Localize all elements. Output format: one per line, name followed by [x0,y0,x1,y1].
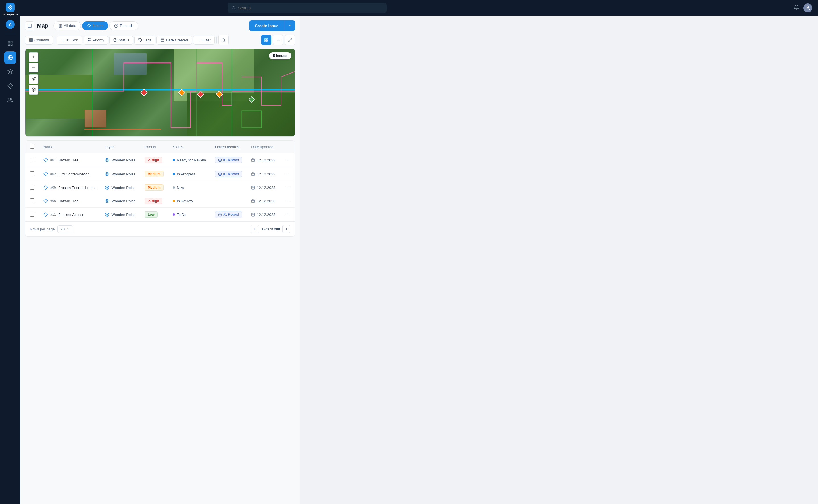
sort-icon [60,38,64,42]
svg-marker-54 [32,88,35,90]
row-more-button[interactable]: ··· [284,171,290,177]
status-label: In Review [177,199,193,203]
status-cell: To Do [173,213,206,217]
svg-rect-82 [252,213,255,216]
pagination-info: 1-20 of 200 [261,227,280,231]
tags-label: Tags [144,38,151,42]
svg-point-9 [807,6,809,8]
view-grid-button[interactable] [261,35,271,45]
search-icon [232,6,236,10]
svg-point-36 [222,38,225,41]
status-cell: In Progress [173,172,206,176]
row-checkbox[interactable] [30,157,34,162]
date-created-button[interactable]: Date Created [156,36,192,45]
sort-count: 41 [66,38,70,42]
create-issue-dropdown-button[interactable] [284,20,295,31]
status-label: To Do [177,213,186,217]
search-toggle-button[interactable] [219,35,229,45]
svg-rect-3 [8,44,10,46]
svg-rect-40 [267,40,268,41]
sidebar-item-layers[interactable] [4,66,16,78]
svg-point-81 [220,214,221,215]
issue-id: #05 [50,186,56,190]
location-button[interactable] [29,74,38,84]
view-expand-button[interactable] [285,35,295,45]
notification-icon[interactable] [794,5,799,11]
pagination-next-button[interactable] [282,225,290,233]
view-expand-icon [288,38,292,42]
view-list-button[interactable] [273,35,283,45]
calendar-icon [160,38,164,42]
tags-button[interactable]: Tags [134,36,155,45]
svg-marker-69 [105,186,109,188]
layer-icon [105,158,109,162]
status-dot [173,200,175,202]
sort-button[interactable]: 41 Sort [56,36,82,45]
columns-icon [29,38,33,42]
search-bar[interactable] [228,3,387,13]
date-cell: 12.12.2023 [251,199,275,203]
create-issue-button[interactable]: Create Issue [249,20,284,31]
rows-per-page-select[interactable]: 20 [57,225,73,233]
users-icon [7,97,13,103]
chevron-left-icon [253,227,257,231]
layer-cell: Wooden Poles [105,199,135,203]
app-name: Echospectra [3,13,18,16]
issue-diamond-icon [43,199,48,203]
row-more-button[interactable]: ··· [284,157,290,163]
layer-name: Wooden Poles [112,172,135,176]
svg-marker-55 [105,158,109,160]
filter-button[interactable]: Filter [193,36,215,45]
layer-icon [105,199,109,203]
layer-cell: Wooden Poles [105,158,135,162]
svg-rect-75 [252,199,255,203]
search-input[interactable] [238,6,383,10]
sidebar-item-dashboard[interactable] [4,37,16,50]
zoom-in-button[interactable]: + [29,52,38,62]
sidebar-avatar[interactable]: A [6,20,15,29]
col-priority: Priority [140,141,168,153]
row-more-button[interactable]: ··· [284,185,290,190]
layers-map-button[interactable] [29,85,38,95]
svg-line-48 [289,40,290,41]
row-checkbox[interactable] [30,212,34,217]
status-label: Ready for Review [177,158,206,162]
row-checkbox[interactable] [30,185,34,190]
sidebar-item-diamond[interactable] [4,80,16,92]
status-button[interactable]: Status [109,36,133,45]
col-date-updated: Date updated [247,141,280,153]
user-avatar[interactable] [803,3,812,12]
date-cell: 12.12.2023 [251,213,275,217]
linked-record-badge: #1 Record [215,211,242,218]
pagination-prev-button[interactable] [251,225,259,233]
col-name: Name [39,141,100,153]
row-checkbox[interactable] [30,171,34,176]
layers-icon [7,69,13,75]
col-layer: Layer [100,141,140,153]
row-checkbox[interactable] [30,198,34,203]
columns-button[interactable]: Columns [25,36,53,45]
priority-button[interactable]: Priority [83,36,108,45]
issues-icon [87,24,91,28]
status-label: In Progress [177,172,195,176]
row-more-button[interactable]: ··· [284,198,290,204]
tab-all-data[interactable]: All data [53,21,81,30]
page-title: Map [37,22,48,29]
sidebar-item-globe[interactable] [4,51,16,64]
row-more-button[interactable]: ··· [284,212,290,217]
table-row: #05 Erosion Encroachment Wooden Poles Me… [25,181,295,194]
layer-icon [105,172,109,176]
tab-records[interactable]: Records [109,21,138,30]
sidebar-toggle-btn[interactable] [25,21,34,30]
status-label: Status [119,38,129,42]
select-all-checkbox[interactable] [30,144,34,149]
zoom-out-button[interactable]: − [29,63,38,72]
status-label: New [177,186,184,190]
rows-select-chevron-icon [66,227,70,231]
layers-map-icon [31,87,36,92]
sidebar-item-users[interactable] [4,94,16,106]
tab-issues[interactable]: Issues [82,21,108,30]
date-icon [251,213,255,217]
map-area[interactable]: + − 5 issues [25,49,295,137]
svg-rect-70 [252,186,255,189]
